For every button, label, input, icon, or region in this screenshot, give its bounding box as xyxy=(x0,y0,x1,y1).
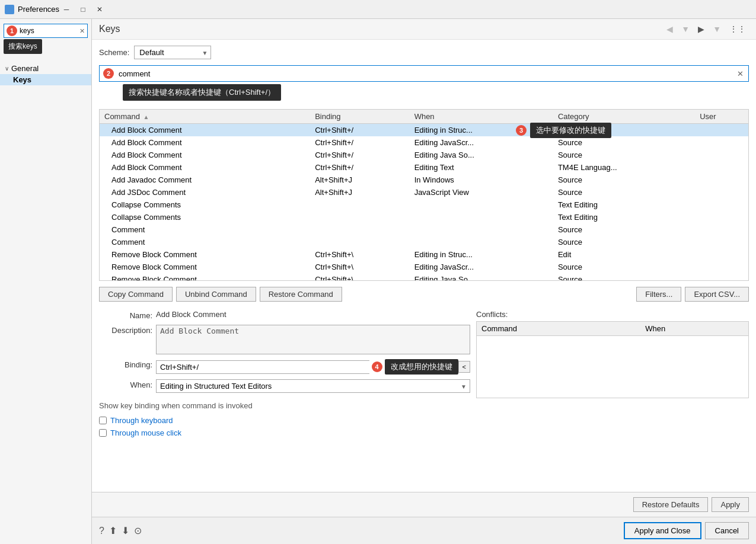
cancel-button[interactable]: Cancel xyxy=(705,522,749,539)
mouse-checkbox[interactable] xyxy=(99,429,107,437)
cell-command: Add Block Comment xyxy=(100,124,310,137)
when-select[interactable]: Editing in Structured Text Editors xyxy=(156,379,470,393)
table-row[interactable]: Remove Block CommentCtrl+Shift+\Editing … xyxy=(100,248,748,261)
bottom-bar: Restore Defaults Apply xyxy=(92,492,756,517)
table-row[interactable]: Add Javadoc CommentAlt+Shift+JIn Windows… xyxy=(100,174,748,186)
scheme-select[interactable]: Default xyxy=(134,46,211,59)
binding-input[interactable] xyxy=(156,360,369,374)
cell-category: Text Editing xyxy=(553,199,695,211)
detail-left: Name: Add Block Comment Description: Add… xyxy=(99,310,470,437)
cell-when: Editing Java So... xyxy=(410,149,553,161)
detail-panel: Name: Add Block Comment Description: Add… xyxy=(99,308,749,437)
unbind-command-button[interactable]: Unbind Command xyxy=(176,287,256,302)
when-select-wrapper: Editing in Structured Text Editors ▼ xyxy=(156,379,470,393)
command-search-row: 2 ✕ xyxy=(99,65,749,82)
table-row[interactable]: Remove Block CommentCtrl+Shift+\Editing … xyxy=(100,273,748,281)
sidebar: 1 ✕ 搜索keys ∨ General Keys xyxy=(0,19,92,544)
cell-command: Add Block Comment xyxy=(100,149,310,161)
forward-dropdown-button[interactable]: ▼ xyxy=(678,23,693,36)
sidebar-search-clear[interactable]: ✕ xyxy=(79,27,85,35)
cell-user xyxy=(695,161,748,174)
col-when: When xyxy=(410,110,553,124)
cell-binding: Ctrl+Shift+/ xyxy=(310,136,410,149)
table-row[interactable]: Collapse CommentsText Editing xyxy=(100,199,748,211)
cell-binding: Ctrl+Shift+\ xyxy=(310,248,410,261)
binding-tooltip: 改成想用的快捷键 xyxy=(385,359,458,375)
table-row[interactable]: Remove Block CommentCtrl+Shift+\Editing … xyxy=(100,261,748,273)
col-category: Category xyxy=(553,110,695,124)
sidebar-item-general[interactable]: ∨ General xyxy=(0,63,91,74)
cell-user xyxy=(695,261,748,273)
keyboard-checkbox-row: Through keyboard xyxy=(99,416,470,425)
sidebar-search-input[interactable] xyxy=(20,27,79,35)
description-label: Description: xyxy=(99,325,152,335)
cell-command: Comment xyxy=(100,223,310,236)
menu-button[interactable]: ⋮⋮ xyxy=(726,23,749,36)
export-csv-button[interactable]: Export CSV... xyxy=(685,287,749,302)
cell-binding: Ctrl+Shift+/ xyxy=(310,161,410,174)
cell-user xyxy=(695,199,748,211)
cell-binding xyxy=(310,236,410,248)
sidebar-search-wrapper: 1 ✕ xyxy=(4,24,88,38)
command-search-clear-button[interactable]: ✕ xyxy=(732,67,748,81)
table-row[interactable]: Add Block CommentCtrl+Shift+/Editing Tex… xyxy=(100,161,748,174)
conflicts-header-row: Command When xyxy=(477,322,748,336)
back-button[interactable]: ◀ xyxy=(664,23,676,36)
name-label: Name: xyxy=(99,310,152,320)
command-search-input[interactable] xyxy=(116,67,732,81)
table-row[interactable]: Add Block CommentCtrl+Shift+/Editing Jav… xyxy=(100,136,748,149)
minimize-button[interactable]: ─ xyxy=(59,4,74,15)
title-bar-text: Preferences xyxy=(18,5,59,14)
sidebar-search-area: 1 ✕ 搜索keys xyxy=(0,21,91,40)
footer: ? ⬆ ⬇ ⊙ Apply and Close Cancel xyxy=(92,517,756,544)
help-button[interactable]: ? xyxy=(99,525,104,536)
settings-icon-button[interactable]: ⊙ xyxy=(134,525,142,536)
cell-command: Remove Block Comment xyxy=(100,261,310,273)
keyboard-checkbox[interactable] xyxy=(99,417,107,424)
apply-close-button[interactable]: Apply and Close xyxy=(624,522,701,539)
filters-button[interactable]: Filters... xyxy=(636,287,681,302)
copy-command-button[interactable]: Copy Command xyxy=(99,287,173,302)
apply-button[interactable]: Apply xyxy=(712,497,749,512)
cell-command: Add Block Comment xyxy=(100,161,310,174)
cell-binding: Ctrl+Shift+\ xyxy=(310,273,410,281)
sidebar-search-tooltip: 搜索keys xyxy=(4,39,42,54)
binding-badge: 4 xyxy=(372,361,382,372)
cell-when xyxy=(410,223,553,236)
table-row[interactable]: CommentSource xyxy=(100,236,748,248)
mouse-checkbox-label[interactable]: Through mouse click xyxy=(110,428,181,437)
restore-command-button[interactable]: Restore Command xyxy=(260,287,342,302)
cell-category: Edit xyxy=(553,248,695,261)
maximize-button[interactable]: □ xyxy=(76,4,90,15)
table-row[interactable]: Add JSDoc CommentAlt+Shift+JJavaScript V… xyxy=(100,186,748,199)
import-button[interactable]: ⬇ xyxy=(122,525,129,536)
forward-button[interactable]: ▶ xyxy=(695,23,707,36)
cell-user xyxy=(695,223,748,236)
close-button[interactable]: ✕ xyxy=(92,4,107,15)
table-row[interactable]: Add Block CommentCtrl+Shift+/Editing in … xyxy=(100,124,748,137)
table-row[interactable]: CommentSource xyxy=(100,223,748,236)
footer-left: ? ⬆ ⬇ ⊙ xyxy=(99,525,142,536)
keyboard-checkbox-label[interactable]: Through keyboard xyxy=(110,416,173,425)
export-button[interactable]: ⬆ xyxy=(109,525,117,536)
sidebar-search-badge: 1 xyxy=(7,25,17,36)
sidebar-item-general-label: General xyxy=(11,64,39,73)
table-row[interactable]: Add Block CommentCtrl+Shift+/Editing Jav… xyxy=(100,149,748,161)
binding-arrow-button[interactable]: < xyxy=(458,361,470,373)
cell-category: Source xyxy=(553,136,695,149)
description-input[interactable]: Add Block Comment xyxy=(156,325,470,354)
content-area: Keys ◀ ▼ ▶ ▼ ⋮⋮ Scheme: Default ▼ xyxy=(92,19,756,544)
cell-binding xyxy=(310,199,410,211)
cell-category: Source xyxy=(553,174,695,186)
conflicts-col-command: Command xyxy=(477,322,640,336)
forward-dropdown2-button[interactable]: ▼ xyxy=(710,23,724,36)
table-header-row: Command ▲ Binding When Category User xyxy=(100,110,748,124)
col-binding: Binding xyxy=(310,110,410,124)
cell-command: Add Javadoc Comment xyxy=(100,174,310,186)
table-row[interactable]: Collapse CommentsText Editing xyxy=(100,211,748,223)
binding-field-row: Binding: 4 改成想用的快捷键 < xyxy=(99,359,470,375)
cell-command: Collapse Comments xyxy=(100,199,310,211)
sidebar-item-keys[interactable]: Keys xyxy=(0,74,91,85)
cell-user xyxy=(695,273,748,281)
restore-defaults-button[interactable]: Restore Defaults xyxy=(633,497,709,512)
